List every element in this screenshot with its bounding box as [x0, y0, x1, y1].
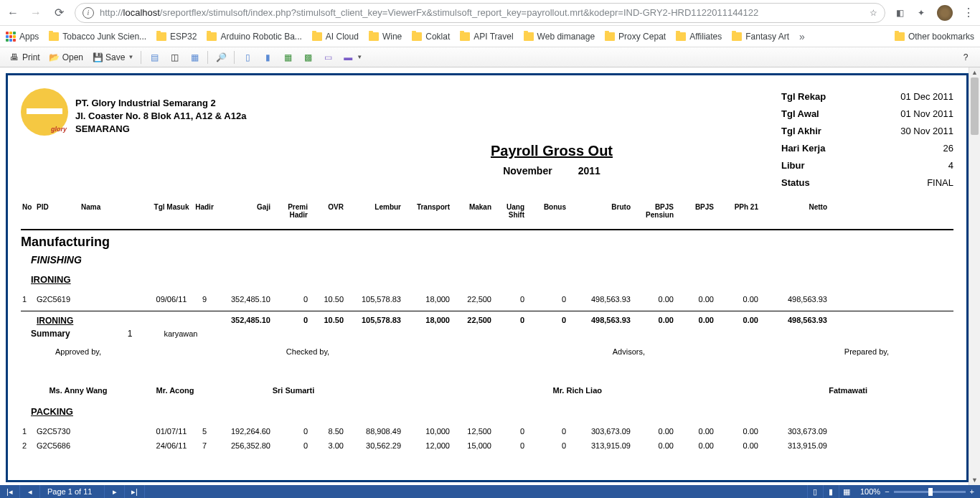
folder-icon [676, 32, 686, 41]
print-button[interactable]: 🖶Print [6, 50, 43, 65]
star-icon[interactable]: ☆ [870, 8, 877, 18]
report-page: glory PT. Glory Industrial Semarang 2 Jl… [6, 73, 969, 482]
view-mode-1-button[interactable]: ▯ [807, 485, 823, 498]
folder-icon [412, 32, 422, 41]
zoom-dropdown[interactable]: ▬▼ [339, 50, 365, 65]
bookmark-coklat[interactable]: Coklat [412, 32, 450, 42]
help-button[interactable]: ? [957, 50, 974, 65]
help-icon: ? [960, 52, 971, 63]
bookmark-webdimanage[interactable]: Web dimanage [524, 32, 595, 42]
page-indicator[interactable]: Page 1 of 11 [40, 485, 105, 498]
bookmark-fantasyart[interactable]: Fantasy Art [732, 32, 789, 42]
bookmark-esp32[interactable]: ESP32 [156, 32, 197, 42]
next-page-button[interactable]: ▸ [105, 485, 125, 498]
company-logo: glory [21, 88, 68, 136]
group-header: IRONING [31, 274, 953, 285]
parameters-button[interactable]: ▤ [146, 50, 163, 65]
save-button[interactable]: 💾Save▼ [89, 50, 136, 65]
scroll-down-icon[interactable]: ▼ [969, 475, 980, 485]
group-header: PACKING [31, 406, 953, 417]
view-mode-2-button[interactable]: ▮ [823, 485, 839, 498]
profile-avatar[interactable] [937, 5, 953, 21]
last-page-button[interactable]: ▸| [125, 485, 145, 498]
open-icon: 📂 [49, 52, 60, 63]
multi-page-icon: ▦ [282, 52, 293, 63]
save-icon: 💾 [92, 52, 103, 63]
find-icon: 🔎 [215, 52, 227, 63]
apps-icon [6, 32, 16, 42]
view-mode-3-button[interactable]: ▦ [839, 485, 854, 498]
site-info-icon[interactable]: i [83, 7, 94, 19]
bookmark-apitravel[interactable]: API Travel [460, 32, 513, 42]
table-row: 1G2C561909/06/119352,485.10010.50105,578… [21, 292, 953, 306]
grid-icon: ▩ [302, 52, 314, 63]
apps-shortcut[interactable]: Apps [6, 32, 39, 42]
forward-button[interactable]: → [29, 6, 43, 20]
thumbnails-button[interactable]: ▦ [186, 50, 203, 65]
bookmark-proxycepat[interactable]: Proxy Cepat [605, 32, 666, 42]
signature-names: Ms. Anny Wang Mr. Acong Sri Sumarti Mr. … [21, 386, 953, 395]
zoom-slider[interactable] [894, 491, 966, 493]
scroll-up-icon[interactable]: ▲ [969, 67, 980, 77]
bookmark-bar: Apps Tobacco Junk Scien... ESP32 Arduino… [0, 26, 980, 47]
table-header: NoPIDNamaTgl MasukHadirGajiPremi HadirOV… [21, 203, 953, 222]
page-width-icon: ▭ [322, 52, 334, 63]
first-page-button[interactable]: |◂ [0, 485, 20, 498]
zoom-value: 100% [860, 487, 880, 496]
back-button[interactable]: ← [6, 6, 20, 20]
parameters-icon: ▤ [149, 52, 160, 63]
folder-icon [460, 32, 470, 41]
bookmark-overflow-icon[interactable]: » [799, 31, 805, 42]
scrollbar-thumb[interactable] [971, 77, 979, 135]
bookmark-arduino[interactable]: Arduino Robotic Ba... [207, 32, 301, 42]
bookmark-aicloud[interactable]: AI Cloud [312, 32, 359, 42]
vertical-scrollbar[interactable]: ▲ ▼ [969, 67, 980, 485]
address-bar[interactable]: i http://localhost/sreportflex/stimulsof… [75, 3, 885, 23]
grid-button[interactable]: ▩ [299, 50, 316, 65]
report-period: November2011 [322, 165, 781, 177]
print-icon: 🖶 [9, 52, 20, 63]
open-button[interactable]: 📂Open [46, 50, 86, 65]
bookmark-tobacco[interactable]: Tobacco Junk Scien... [49, 32, 146, 42]
folder-icon [49, 32, 59, 41]
prev-page-button[interactable]: ◂ [20, 485, 40, 498]
reload-button[interactable]: ⟳ [52, 6, 66, 20]
continuous-button[interactable]: ▮ [259, 50, 276, 65]
report-viewport: glory PT. Glory Industrial Semarang 2 Jl… [0, 67, 980, 485]
multi-page-button[interactable]: ▦ [279, 50, 296, 65]
report-toolbar: 🖶Print 📂Open 💾Save▼ ▤ ◫ ▦ 🔎 ▯ ▮ ▦ ▩ ▭ ▬▼… [0, 47, 980, 67]
folder-icon [895, 32, 905, 41]
single-page-button[interactable]: ▯ [239, 50, 256, 65]
section-header: Manufacturing [21, 229, 953, 250]
company-city: SEMARANG [75, 123, 246, 136]
folder-icon [524, 32, 534, 41]
report-meta: Tgl Rekap01 Dec 2011 Tgl Awal01 Nov 2011… [781, 88, 953, 192]
extensions-puzzle-icon[interactable]: ✦ [915, 7, 927, 19]
table-row: 1G2C573001/07/115192,264.6008.5088,908.4… [21, 424, 953, 438]
status-bar: |◂ ◂ Page 1 of 11 ▸ ▸| ▯ ▮ ▦ 100% − + [0, 485, 980, 498]
summary-row: IRONING352,485.10010.50105,578.8318,0002… [21, 311, 953, 327]
page-width-button[interactable]: ▭ [319, 50, 336, 65]
extension-icon-1[interactable]: ◧ [894, 7, 905, 19]
bookmark-affiliates[interactable]: Affiliates [676, 32, 722, 42]
zoom-in-button[interactable]: + [970, 487, 974, 496]
company-address: Jl. Coaster No. 8 Blok A11, A12 & A12a [75, 110, 246, 123]
report-title: Payroll Gross Out [322, 143, 781, 159]
zoom-control: 100% − + [854, 487, 980, 496]
folder-icon [312, 32, 322, 41]
zoom-out-button[interactable]: − [885, 487, 889, 496]
find-button[interactable]: 🔎 [212, 50, 230, 65]
other-bookmarks[interactable]: Other bookmarks [895, 32, 974, 42]
bookmarks-button[interactable]: ◫ [166, 50, 183, 65]
folder-icon [369, 32, 379, 41]
folder-icon [207, 32, 217, 41]
company-name: PT. Glory Industrial Semarang 2 [75, 97, 246, 110]
summary-label: Summary1karyawan [31, 329, 953, 339]
chrome-menu-icon[interactable]: ⋮ [963, 6, 974, 19]
signature-labels: Approved by, Checked by, Advisors, Prepa… [21, 347, 953, 356]
bookmark-wine[interactable]: Wine [369, 32, 402, 42]
subsection-header: FINISHING [31, 254, 953, 266]
table-row: 2G2C568624/06/117256,352.8003.0030,562.2… [21, 438, 953, 453]
zoom-icon: ▬ [342, 52, 354, 63]
continuous-icon: ▮ [262, 52, 273, 63]
